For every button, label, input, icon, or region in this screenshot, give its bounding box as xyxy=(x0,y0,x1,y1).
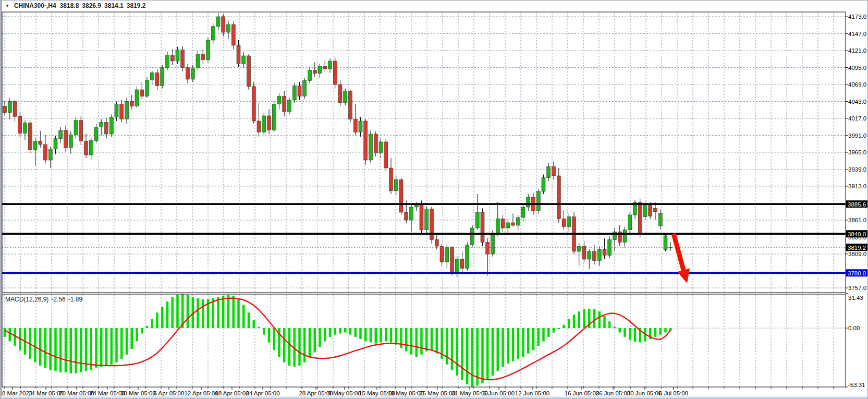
macd-indicator-label: MACD(12,26,9) -2.56 -1.89 xyxy=(5,296,82,303)
svg-text:24 Mar 05:00: 24 Mar 05:00 xyxy=(90,390,125,396)
chart-window: 4173.04147.04121.04095.04069.04043.04017… xyxy=(0,0,868,399)
window-bottom-strip xyxy=(1,396,867,398)
svg-text:6 Jul 05:00: 6 Jul 05:00 xyxy=(659,390,688,396)
svg-text:3939.0: 3939.0 xyxy=(848,166,866,173)
svg-text:14 Mar 05:00: 14 Mar 05:00 xyxy=(28,390,64,396)
svg-text:12 Apr 05:00: 12 Apr 05:00 xyxy=(184,390,218,396)
svg-text:4069.0: 4069.0 xyxy=(848,81,866,88)
symbol-info: ▼ CHINA300-,H4 3818.83826.93814.13819.2 xyxy=(5,2,145,9)
svg-text:24 Apr 05:00: 24 Apr 05:00 xyxy=(246,390,279,396)
down-arrow-annotation[interactable] xyxy=(671,233,690,283)
svg-text:3991.0: 3991.0 xyxy=(848,132,866,139)
svg-text:3757.0: 3757.0 xyxy=(848,285,866,291)
svg-text:18 Apr 05:00: 18 Apr 05:00 xyxy=(215,390,249,396)
ohlc-readout: 3818.83826.93814.13819.2 xyxy=(60,2,146,9)
svg-text:31 May 05:00: 31 May 05:00 xyxy=(451,390,488,396)
svg-text:6 Apr 05:00: 6 Apr 05:00 xyxy=(154,390,185,396)
high-value: 3826.9 xyxy=(82,2,101,9)
svg-text:4121.0: 4121.0 xyxy=(848,47,866,54)
svg-text:19 May 05:00: 19 May 05:00 xyxy=(387,390,424,396)
svg-text:4173.0: 4173.0 xyxy=(848,14,866,20)
svg-text:31.43: 31.43 xyxy=(848,295,863,301)
svg-text:26 Jun 05:00: 26 Jun 05:00 xyxy=(596,390,631,396)
svg-text:3819.2: 3819.2 xyxy=(848,245,866,251)
svg-text:20 Mar 05:00: 20 Mar 05:00 xyxy=(59,390,94,396)
svg-text:30 Mar 05:00: 30 Mar 05:00 xyxy=(120,390,156,396)
macd-axis: 31.430.00-53.31 xyxy=(846,293,865,388)
svg-text:3965.0: 3965.0 xyxy=(848,149,866,155)
svg-text:4147.0: 4147.0 xyxy=(848,31,866,37)
svg-text:30 Jun 05:00: 30 Jun 05:00 xyxy=(627,390,662,396)
svg-text:3780.0: 3780.0 xyxy=(848,270,866,276)
svg-text:3840.0: 3840.0 xyxy=(848,231,866,237)
svg-text:3913.0: 3913.0 xyxy=(848,183,866,189)
close-value: 3819.2 xyxy=(127,2,146,9)
macd-main-value: -2.56 xyxy=(51,296,65,303)
svg-text:-53.31: -53.31 xyxy=(848,382,865,388)
svg-text:9 May 05:00: 9 May 05:00 xyxy=(328,390,361,396)
macd-signal-line xyxy=(5,298,670,380)
svg-text:0.00: 0.00 xyxy=(848,325,860,331)
svg-text:6 Jun 05:00: 6 Jun 05:00 xyxy=(483,390,515,396)
svg-text:4043.0: 4043.0 xyxy=(848,99,866,105)
svg-text:25 May 05:00: 25 May 05:00 xyxy=(419,390,456,396)
svg-text:3885.6: 3885.6 xyxy=(848,201,866,208)
panel-borders xyxy=(2,12,846,387)
svg-text:4017.0: 4017.0 xyxy=(848,115,866,122)
symbol-dropdown-icon[interactable]: ▼ xyxy=(5,4,9,8)
svg-text:4095.0: 4095.0 xyxy=(848,65,866,71)
open-value: 3818.8 xyxy=(60,2,79,9)
svg-text:3861.0: 3861.0 xyxy=(848,217,866,223)
low-value: 3814.1 xyxy=(104,2,124,9)
grid-lines xyxy=(2,12,846,387)
symbol-timeframe-label: CHINA300-,H4 xyxy=(14,2,56,9)
macd-signal-value: -1.89 xyxy=(68,296,82,303)
candlestick-series xyxy=(3,13,673,278)
svg-text:12 Jun 05:00: 12 Jun 05:00 xyxy=(515,390,550,396)
chart-canvas[interactable]: 4173.04147.04121.04095.04069.04043.04017… xyxy=(1,1,868,399)
macd-name: MACD(12,26,9) xyxy=(5,296,48,303)
svg-text:3809.0: 3809.0 xyxy=(848,251,866,257)
svg-text:16 Jun 05:00: 16 Jun 05:00 xyxy=(565,390,600,396)
time-axis: 8 Mar 202314 Mar 05:0020 Mar 05:0024 Mar… xyxy=(2,387,834,396)
horizontal-level-lines xyxy=(2,204,846,273)
